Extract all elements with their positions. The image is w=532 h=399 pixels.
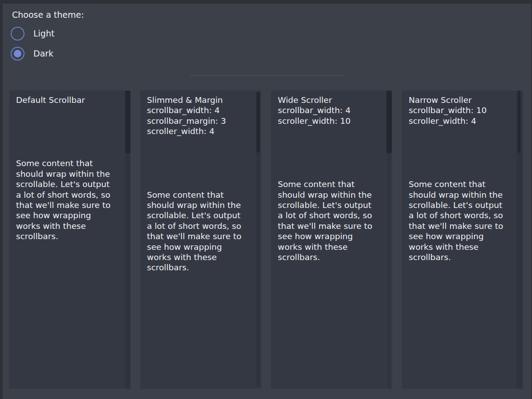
panel-body-text: Some content that should wrap within the… <box>402 179 523 262</box>
scrollbar-thumb[interactable] <box>386 91 392 153</box>
scroll-panels-row: Default Scrollbar Some content that shou… <box>9 90 523 389</box>
scroll-panel-slimmed-margin[interactable]: Slimmed & Margin scrollbar_width: 4 scro… <box>140 90 261 389</box>
window-frame-top <box>0 0 532 4</box>
scrollbar[interactable] <box>516 90 522 389</box>
scroll-panel-narrow-scroller[interactable]: Narrow Scroller scrollbar_width: 10 scro… <box>402 90 523 389</box>
panel-title: Default Scrollbar <box>9 90 130 105</box>
window-frame-left <box>0 0 3 399</box>
theme-chooser-label: Choose a theme: <box>12 9 84 20</box>
scrollbar-thumb[interactable] <box>518 91 520 153</box>
panel-body-text: Some content that should wrap within the… <box>271 179 392 262</box>
scroll-panel-default-scrollbar[interactable]: Default Scrollbar Some content that shou… <box>9 90 130 389</box>
section-divider <box>190 75 344 76</box>
panel-title: Narrow Scroller scrollbar_width: 10 scro… <box>402 90 523 126</box>
panel-title: Wide Scroller scrollbar_width: 4 scrolle… <box>271 90 392 126</box>
radio-option-dark[interactable]: Dark <box>11 46 53 61</box>
panel-title: Slimmed & Margin scrollbar_width: 4 scro… <box>140 90 261 137</box>
radio-option-light[interactable]: Light <box>11 26 54 41</box>
radio-label-light: Light <box>33 28 54 38</box>
radio-circle-dark[interactable] <box>11 47 24 61</box>
scroll-panel-wide-scroller[interactable]: Wide Scroller scrollbar_width: 4 scrolle… <box>271 90 392 389</box>
radio-dot-dark <box>14 50 21 57</box>
radio-circle-light[interactable] <box>11 27 24 41</box>
scrollbar[interactable] <box>256 92 260 387</box>
scrollbar[interactable] <box>125 90 130 389</box>
panel-body-text: Some content that should wrap within the… <box>140 190 261 273</box>
radio-label-dark: Dark <box>33 49 53 58</box>
scrollbar-thumb[interactable] <box>125 91 130 153</box>
scrollbar[interactable] <box>386 90 392 389</box>
panel-body-text: Some content that should wrap within the… <box>9 158 130 241</box>
scrollbar-thumb[interactable] <box>256 92 260 153</box>
